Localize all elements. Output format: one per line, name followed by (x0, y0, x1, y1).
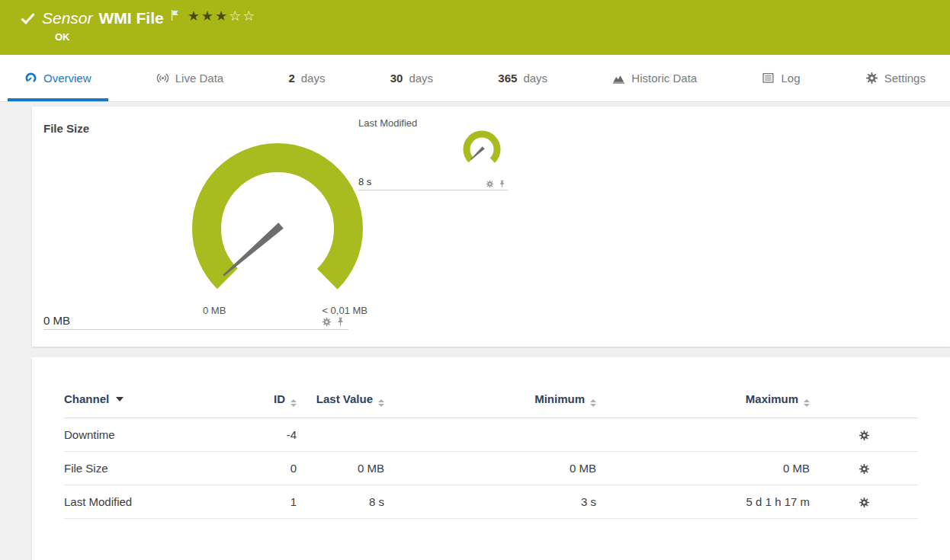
file-size-gauge-dial (188, 139, 367, 318)
tab-2-days[interactable]: 2 days (271, 55, 342, 101)
tab-historic-data[interactable]: Historic Data (595, 55, 714, 101)
stars-filled: ★★★ (188, 8, 229, 24)
file-size-current-value: 0 MB (43, 314, 70, 327)
cell-channel: Last Modified (64, 485, 239, 519)
cell-last-value: 0 MB (297, 452, 384, 485)
tab-30-days-label: days (409, 72, 433, 85)
column-header-channel[interactable]: Channel (64, 388, 239, 418)
channel-settings-gear-icon[interactable] (859, 463, 870, 475)
last-modified-value-row: 8 s (358, 171, 508, 190)
stars-empty: ☆☆ (229, 8, 256, 24)
tab-bar: Overview Live Data 2 days 30 days 365 da… (0, 55, 950, 102)
tab-overview-label: Overview (43, 72, 91, 85)
priority-flag-icon[interactable] (170, 9, 180, 21)
table-row-last-modified: Last Modified 1 8 s 3 s 5 d 1 h 17 m (64, 485, 918, 519)
column-header-minimum[interactable]: Minimum (384, 388, 596, 418)
settings-gear-icon (865, 72, 878, 85)
column-header-channel-label: Channel (64, 392, 109, 405)
last-modified-gauge: Last Modified 8 s (358, 117, 508, 190)
tab-365-days[interactable]: 365 days (481, 55, 564, 101)
last-modified-settings-gear-icon[interactable] (486, 180, 494, 188)
file-size-pin-icon[interactable] (335, 317, 345, 327)
tab-settings[interactable]: Settings (849, 55, 942, 101)
tab-log-label: Log (781, 72, 800, 85)
maximum-sort-icon (804, 399, 810, 407)
file-size-gauge-title: File Size (43, 122, 89, 135)
column-header-last-value[interactable]: Last Value (297, 388, 384, 418)
minimum-sort-icon (590, 399, 596, 407)
last-value-sort-icon (378, 399, 384, 407)
cell-maximum: 5 d 1 h 17 m (596, 485, 810, 519)
last-modified-actions (486, 180, 506, 188)
tab-log[interactable]: Log (745, 55, 817, 101)
tab-overview[interactable]: Overview (8, 55, 108, 101)
file-size-actions (322, 317, 345, 327)
channels-table: Channel ID Last Value Minimum Maximum (64, 388, 918, 519)
live-data-broadcast-icon (156, 72, 169, 85)
column-header-maximum-label: Maximum (746, 392, 798, 405)
sensor-header-row: Sensor WMI File ★★★☆☆ (0, 0, 950, 27)
favorite-rating-stars[interactable]: ★★★☆☆ (188, 8, 257, 24)
cell-id: 0 (239, 452, 297, 485)
cell-maximum (596, 418, 810, 452)
cell-minimum (384, 418, 596, 452)
tab-historic-data-label: Historic Data (631, 72, 697, 85)
tab-settings-label: Settings (884, 72, 926, 85)
cell-last-value (297, 418, 384, 452)
channel-settings-gear-icon[interactable] (859, 430, 870, 441)
tab-30-days-number: 30 (390, 72, 403, 85)
status-ok-check-icon (21, 10, 34, 24)
channels-table-header-row: Channel ID Last Value Minimum Maximum (64, 388, 918, 418)
main-content: File Size 0 MB < 0,01 MB 0 MB Last Modif… (0, 102, 950, 560)
cell-id: -4 (239, 418, 297, 452)
last-modified-gauge-dial (457, 128, 506, 174)
column-header-last-value-label: Last Value (316, 392, 373, 405)
sensor-title: WMI File (99, 9, 164, 27)
tab-30-days[interactable]: 30 days (374, 55, 450, 101)
tab-2-days-number: 2 (288, 72, 294, 85)
tab-365-days-label: days (523, 72, 547, 85)
historic-data-chart-icon (612, 72, 625, 85)
channel-settings-gear-icon[interactable] (859, 497, 870, 508)
file-size-settings-gear-icon[interactable] (322, 317, 332, 327)
column-header-id[interactable]: ID (239, 388, 297, 418)
tab-live-data-label: Live Data (175, 72, 223, 85)
column-header-maximum[interactable]: Maximum (596, 388, 810, 418)
cell-id: 1 (239, 485, 297, 519)
cell-maximum: 0 MB (596, 452, 810, 485)
last-modified-pin-icon[interactable] (498, 180, 506, 188)
last-modified-gauge-title: Last Modified (358, 117, 508, 129)
column-header-minimum-label: Minimum (534, 392, 585, 405)
tab-365-days-number: 365 (498, 72, 517, 85)
cell-minimum: 3 s (384, 485, 596, 519)
tab-live-data[interactable]: Live Data (140, 55, 240, 101)
sensor-kind-label: Sensor (42, 9, 93, 27)
table-row-downtime: Downtime -4 (64, 418, 918, 452)
cell-channel: Downtime (64, 418, 239, 452)
table-row-file-size: File Size 0 0 MB 0 MB 0 MB (64, 452, 918, 485)
last-modified-current-value: 8 s (358, 176, 371, 187)
sensor-header: Sensor WMI File ★★★☆☆ OK (0, 0, 950, 55)
cell-minimum: 0 MB (384, 452, 596, 485)
column-header-actions (810, 388, 918, 418)
sensor-status-badge: OK (55, 31, 70, 43)
id-sort-icon (290, 399, 297, 407)
log-list-icon (762, 72, 775, 85)
channel-sort-caret-icon (116, 397, 124, 402)
overview-gauge-icon (24, 72, 37, 85)
cell-channel: File Size (64, 452, 239, 485)
column-header-id-label: ID (274, 392, 285, 405)
cell-last-value: 8 s (297, 485, 384, 519)
tab-2-days-label: days (301, 72, 326, 85)
gauges-panel: File Size 0 MB < 0,01 MB 0 MB Last Modif… (32, 107, 950, 347)
channels-panel: Channel ID Last Value Minimum Maximum (32, 357, 950, 560)
file-size-value-row: 0 MB (43, 307, 348, 330)
